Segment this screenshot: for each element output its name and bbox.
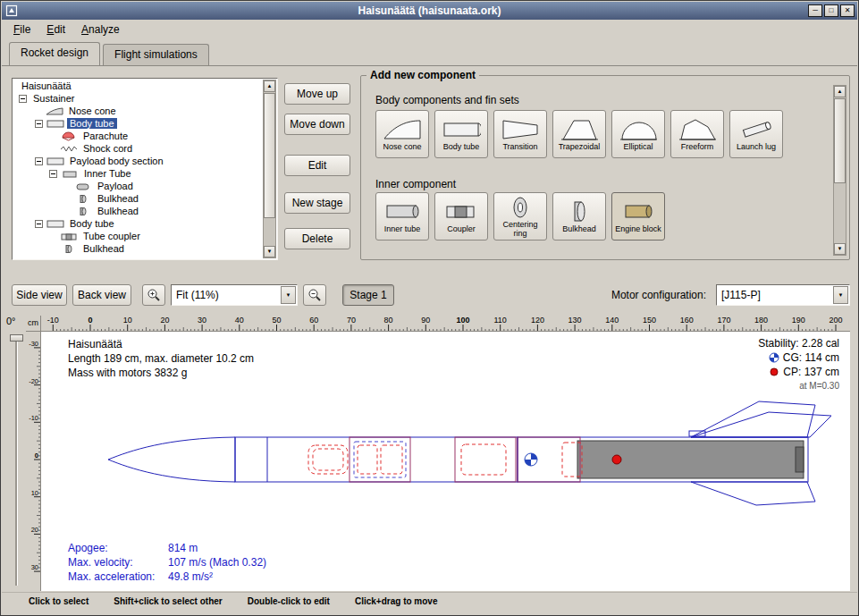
scroll-up-icon[interactable]: ▲ bbox=[264, 80, 275, 92]
chevron-down-icon[interactable]: ▼ bbox=[281, 286, 296, 304]
menu-analyze-mnemonic: A bbox=[81, 23, 88, 36]
add-transition-button[interactable]: Transition bbox=[493, 110, 547, 158]
tree-row[interactable]: Inner Tube bbox=[13, 167, 262, 180]
palette-label: Elliptical bbox=[623, 143, 653, 152]
motor-shape[interactable] bbox=[577, 441, 804, 478]
zoom-out-button[interactable] bbox=[303, 284, 326, 306]
tree-row[interactable]: Bulkhead bbox=[13, 205, 262, 217]
motor-configuration-select[interactable]: [J115-P] ▼ bbox=[716, 284, 850, 306]
add-trapezoidal-fin-button[interactable]: Trapezoidal bbox=[552, 110, 606, 158]
move-up-button[interactable]: Move up bbox=[284, 83, 350, 105]
inner-tube-shape[interactable] bbox=[354, 442, 406, 477]
add-centering-ring-button[interactable]: Centering ring bbox=[493, 192, 547, 240]
palette-label: Freeform bbox=[681, 143, 714, 152]
add-body-tube-button[interactable]: Body tube bbox=[434, 110, 488, 158]
add-launch-lug-button[interactable]: Launch lug bbox=[729, 110, 783, 158]
tree-scrollbar[interactable]: ▲ ▼ bbox=[263, 80, 276, 258]
rotation-slider[interactable] bbox=[15, 335, 18, 586]
apogee-label: Apogee: bbox=[68, 541, 168, 555]
bulkhead-shape[interactable] bbox=[381, 445, 402, 474]
tab-rocket-design[interactable]: Rocket design bbox=[9, 42, 100, 65]
back-view-button[interactable]: Back view bbox=[72, 284, 131, 306]
scroll-down-icon[interactable]: ▼ bbox=[264, 246, 275, 257]
rotation-value: 0° bbox=[6, 316, 16, 326]
rocket-info: Haisunäätä Length 189 cm, max. diameter … bbox=[68, 337, 254, 380]
parachute-shape[interactable] bbox=[308, 445, 348, 474]
add-coupler-button[interactable]: Coupler bbox=[434, 192, 488, 240]
fin-shape[interactable] bbox=[691, 401, 815, 437]
rocket-mass: Mass with motors 3832 g bbox=[68, 366, 254, 380]
nose-cone-shape[interactable] bbox=[108, 437, 235, 482]
tree-row[interactable]: Shock cord bbox=[13, 142, 262, 155]
side-view-button[interactable]: Side view bbox=[12, 284, 67, 306]
close-icon[interactable]: ✕ bbox=[840, 4, 855, 17]
add-nose-cone-button[interactable]: Nose cone bbox=[375, 110, 429, 158]
cp-value: CP: 137 cm bbox=[783, 365, 839, 379]
freeform-fin-icon bbox=[678, 117, 717, 142]
tree-row[interactable]: Sustainer bbox=[13, 92, 262, 105]
tree-row[interactable]: Haisunäätä bbox=[13, 80, 262, 92]
zoom-value: Fit (11%) bbox=[176, 289, 219, 301]
parachute-icon bbox=[60, 131, 78, 141]
collapse-icon[interactable] bbox=[35, 120, 43, 128]
tree-row[interactable]: Payload body section bbox=[13, 155, 262, 167]
collapse-icon[interactable] bbox=[35, 220, 43, 228]
flight-data: Apogee:814 m Max. velocity:107 m/s (Mach… bbox=[68, 541, 266, 584]
menu-edit[interactable]: Edit bbox=[38, 21, 73, 38]
menu-file[interactable]: File bbox=[5, 21, 38, 38]
statusbar: Click to select Shift+click to select ot… bbox=[2, 592, 857, 609]
delete-button[interactable]: Delete bbox=[284, 228, 350, 249]
stage-1-toggle[interactable]: Stage 1 bbox=[342, 284, 394, 306]
shock-cord-shape[interactable] bbox=[313, 449, 343, 470]
svg-text:110: 110 bbox=[494, 316, 507, 325]
component-tree-panel: Haisunäätä Sustainer Nose cone Body tube… bbox=[12, 78, 278, 260]
add-elliptical-fin-button[interactable]: Elliptical bbox=[611, 110, 665, 158]
scrollbar-thumb[interactable] bbox=[264, 93, 275, 218]
chevron-down-icon[interactable]: ▼ bbox=[833, 286, 848, 304]
add-inner-tube-button[interactable]: Inner tube bbox=[375, 192, 429, 240]
cp-icon bbox=[769, 367, 779, 377]
tree-row[interactable]: Body tube bbox=[13, 217, 262, 230]
zoom-in-button[interactable] bbox=[142, 284, 165, 306]
tree-row[interactable]: Bulkhead bbox=[13, 242, 262, 255]
tree-row[interactable]: Bulkhead bbox=[13, 192, 262, 205]
minimize-icon[interactable]: ─ bbox=[808, 4, 822, 17]
palette-scrollbar[interactable]: ▲ ▼ bbox=[833, 85, 846, 256]
cg-marker bbox=[525, 453, 537, 466]
add-bulkhead-button[interactable]: Bulkhead bbox=[552, 192, 606, 240]
scroll-down-icon[interactable]: ▼ bbox=[834, 243, 846, 255]
palette-label: Launch lug bbox=[737, 143, 776, 152]
collapse-icon[interactable] bbox=[35, 157, 43, 165]
payload-shape[interactable] bbox=[358, 445, 377, 474]
rocket-canvas[interactable]: Haisunäätä Length 189 cm, max. diameter … bbox=[41, 332, 850, 591]
fin-shape[interactable] bbox=[691, 482, 815, 505]
maximize-icon[interactable]: □ bbox=[824, 4, 838, 17]
payload-section-border[interactable] bbox=[349, 437, 410, 482]
svg-text:20: 20 bbox=[31, 526, 38, 534]
add-engine-block-button[interactable]: Engine block bbox=[611, 192, 665, 240]
tree-row[interactable]: Nose cone bbox=[13, 105, 262, 117]
edit-button[interactable]: Edit bbox=[284, 155, 350, 176]
svg-text:10: 10 bbox=[31, 489, 38, 497]
titlebar[interactable]: Haisunäätä (haisunaata.ork) ─ □ ✕ bbox=[2, 2, 857, 20]
scroll-up-icon[interactable]: ▲ bbox=[834, 86, 846, 97]
scrollbar-thumb[interactable] bbox=[834, 98, 846, 183]
tree-row[interactable]: Payload bbox=[13, 180, 262, 192]
tree-row[interactable]: Parachute bbox=[13, 130, 262, 142]
collapse-icon[interactable] bbox=[19, 95, 27, 103]
new-stage-button[interactable]: New stage bbox=[284, 192, 350, 214]
inner-tube-icon bbox=[61, 169, 79, 179]
collapse-icon[interactable] bbox=[49, 170, 57, 178]
tree-row-selected[interactable]: Body tube bbox=[13, 117, 262, 130]
rotation-slider-handle[interactable] bbox=[10, 334, 23, 342]
component-shape[interactable] bbox=[461, 444, 506, 475]
menu-analyze[interactable]: Analyze bbox=[73, 21, 128, 38]
move-down-button[interactable]: Move down bbox=[284, 114, 350, 135]
zoom-select[interactable]: Fit (11%) ▼ bbox=[171, 284, 298, 306]
tree-row[interactable]: Tube coupler bbox=[13, 230, 262, 242]
tab-flight-simulations[interactable]: Flight simulations bbox=[103, 44, 209, 65]
svg-text:-10: -10 bbox=[47, 316, 59, 325]
body-tube-icon bbox=[442, 117, 481, 142]
svg-text:80: 80 bbox=[384, 316, 393, 325]
add-freeform-fin-button[interactable]: Freeform bbox=[670, 110, 724, 158]
